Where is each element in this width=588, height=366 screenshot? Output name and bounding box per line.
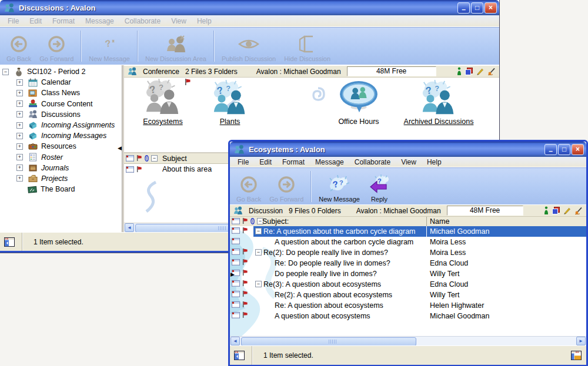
toggle-panel-icon[interactable] [4,237,15,247]
close-button[interactable]: × [572,144,584,155]
subject-column-label[interactable]: Subject: [262,217,289,226]
minimize-button[interactable]: – [457,2,470,14]
message-row[interactable]: Do people really live in domes? Willy Te… [230,268,586,279]
menu-view[interactable]: View [166,16,192,26]
maximize-button[interactable]: □ [471,2,483,14]
tree-item-the-board[interactable]: The Board [0,184,122,194]
person-online-icon[interactable] [457,67,462,76]
menu-collaborate[interactable]: Collaborate [119,16,166,26]
menu-file[interactable]: File [2,16,24,26]
tree-item-resources[interactable]: + Resources [0,141,122,152]
pencil-icon[interactable] [476,68,484,75]
folder-ecosystems[interactable]: ? ? Ecosystems [131,79,195,126]
menu-help[interactable]: Help [422,157,447,167]
new-message-button[interactable]: ? New Message [85,29,134,63]
tree-item-projects[interactable]: + Projects [0,173,122,184]
thread-collapse-icon[interactable]: − [255,281,262,287]
expand-box-icon[interactable]: + [16,111,23,117]
expand-box-icon[interactable]: + [16,154,23,160]
menu-file[interactable]: File [232,157,254,167]
message-row[interactable]: A question about ecosystems Michael Good… [230,311,586,321]
layers-icon[interactable] [552,207,560,214]
pane-counts: 2 Files 3 Folders [185,68,238,76]
tree-item-journals[interactable]: + Journals [0,163,122,173]
message-row[interactable]: − Re: A question about the carbon cycle … [230,226,586,237]
column-divider[interactable] [426,217,427,226]
name-column-label[interactable]: Name [430,217,449,226]
tree-item-course-content[interactable]: + Course Content [0,99,122,109]
menu-edit[interactable]: Edit [254,157,277,167]
scrollbar-thumb[interactable] [241,337,416,346]
folder-office-hours[interactable]: Office Hours [326,80,391,126]
splitter-collapse-icon[interactable]: ◀ [118,146,122,151]
expand-box-icon[interactable]: + [16,90,23,96]
scroll-right-button[interactable]: ► [576,337,586,345]
go-back-button[interactable]: Go Back [232,169,265,204]
menu-collaborate[interactable]: Collaborate [349,157,396,167]
tree-item-roster[interactable]: + Roster [0,152,122,163]
message-row[interactable]: A question about the carbon cycle diagra… [230,237,586,247]
thread-collapse-icon[interactable]: − [255,228,262,234]
collapse-all-icon[interactable]: − [151,155,158,162]
expand-box-icon[interactable]: + [16,175,23,182]
thread-collapse-icon[interactable]: − [255,249,262,256]
expand-box-icon[interactable]: + [16,122,23,129]
menu-format[interactable]: Format [277,157,310,167]
new-message-button[interactable]: ?? New Message [315,169,364,204]
tree-item-discussions[interactable]: + Discussions [0,109,122,120]
folder-plants[interactable]: ? ? Plants [199,80,260,126]
expand-box-icon[interactable]: + [16,164,23,171]
toolbar-separator [137,31,138,62]
tree-item-incoming-assignments[interactable]: + Incoming Assignments [0,120,122,130]
splitter-expand-icon[interactable]: ▶ [230,272,235,277]
go-forward-button[interactable]: Go Forward [265,169,308,204]
expand-box-icon[interactable]: + [16,133,23,139]
scroll-left-button[interactable]: ◄ [230,337,240,345]
horizontal-scrollbar[interactable]: ◄ ► [230,336,586,346]
message-row[interactable]: − Re(3): A question about ecosystems Edn… [230,279,586,290]
reply-button[interactable]: ? Reply [364,169,395,204]
menu-message[interactable]: Message [80,16,119,26]
menu-format[interactable]: Format [47,16,80,26]
menu-view[interactable]: View [396,157,422,167]
journals-icon [28,163,38,172]
discussions-titlebar[interactable]: Discussions : Avalon – □ × [0,0,499,15]
expand-box-icon[interactable]: + [16,79,23,86]
menu-message[interactable]: Message [310,157,349,167]
tree-item-class-news[interactable]: + Class News [0,88,122,98]
ecosystems-titlebar[interactable]: Ecosystems : Avalon – □ × [230,142,586,157]
tree-item-calendar[interactable]: + Calendar [0,77,122,88]
flag-icon [242,218,248,224]
publish-discussion-button[interactable]: Publish Discussion [218,29,280,63]
person-online-icon[interactable] [544,206,549,215]
column-header[interactable]: − Subject: Name [230,217,586,227]
tree-item-sci102[interactable]: − SCI102 - Period 2 [0,66,122,77]
menu-edit[interactable]: Edit [24,16,47,26]
hide-discussion-button[interactable]: Hide Discussion [280,29,335,63]
pencil-icon[interactable] [563,207,571,214]
pane-type: Conference [143,68,179,76]
expand-box-icon[interactable]: + [16,100,23,107]
layers-icon[interactable] [465,68,473,75]
signature-pen-icon[interactable] [574,207,583,214]
message-row[interactable]: − Re(2): Do people really live in domes?… [230,247,586,258]
new-discussion-area-button[interactable]: New Discussion Area [141,29,211,63]
maximize-button[interactable]: □ [558,144,570,155]
menu-help[interactable]: Help [192,16,217,26]
message-row[interactable]: Re(2): A question about ecosystems Willy… [230,290,586,300]
go-forward-button[interactable]: Go Forward [35,29,78,63]
message-subject: Re: A question about ecosystems [275,301,383,310]
folder-archived-discussions[interactable]: ? ? Archived Discussions [392,80,486,126]
toggle-panel-icon[interactable] [234,351,245,360]
minimize-button[interactable]: – [544,144,557,155]
go-back-button[interactable]: Go Back [2,29,35,63]
tree-item-incoming-messages[interactable]: + Incoming Messages [0,130,122,141]
message-row[interactable]: Re: Do people really live in domes? Edna… [230,258,586,268]
close-button[interactable]: × [485,2,497,14]
expand-box-icon[interactable]: + [16,143,23,150]
message-row[interactable]: Re: A question about ecosystems Helen Hi… [230,300,586,311]
scroll-left-button[interactable]: ◄ [125,223,134,232]
form-view-icon[interactable] [571,351,582,360]
collapse-box-icon[interactable]: − [2,69,9,75]
signature-pen-icon[interactable] [487,68,496,75]
